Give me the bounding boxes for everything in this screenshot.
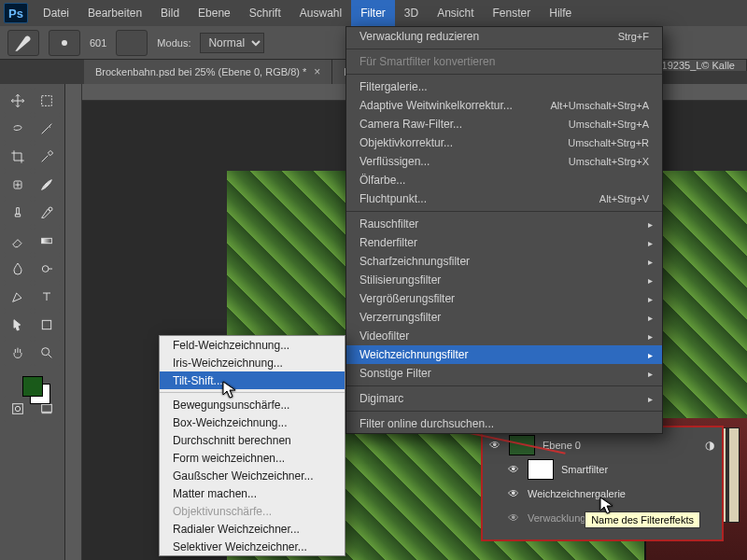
visibility-icon[interactable]: 👁 — [507, 463, 520, 476]
menu-filter[interactable]: Filter — [351, 0, 395, 26]
eyedropper-tool[interactable] — [34, 144, 62, 170]
brush-preset-picker[interactable] — [49, 30, 80, 56]
filter-smartconvert[interactable]: Für Smartfilter konvertieren — [346, 52, 662, 71]
fg-color-swatch[interactable] — [22, 376, 43, 397]
filter-sharpen[interactable]: Scharfzeichnungsfilter — [346, 252, 662, 271]
item-kb: Umschalt+Strg+R — [568, 137, 649, 148]
filter-blur[interactable]: Weichzeichnungsfilter — [346, 345, 662, 364]
filter-liquify[interactable]: Verflüssigen...Umschalt+Strg+X — [346, 152, 662, 171]
filter-zoom[interactable]: Vergrößerungsfilter — [346, 289, 662, 308]
svg-rect-0 — [42, 96, 52, 106]
sub-average[interactable]: Durchschnitt berechnen — [160, 431, 345, 449]
item-kb: Alt+Strg+V — [599, 193, 649, 204]
filter-distort[interactable]: Verzerrungsfilter — [346, 308, 662, 327]
crop-tool[interactable] — [4, 144, 32, 170]
path-select-tool[interactable] — [4, 312, 32, 338]
filter-smartconvert-label: Für Smartfilter konvertieren — [359, 55, 495, 68]
visibility-icon[interactable]: 👁 — [507, 511, 520, 525]
sub-tilt-shift[interactable]: Tilt-Shift... — [160, 371, 345, 389]
gradient-tool[interactable] — [34, 228, 62, 254]
menu-schrift[interactable]: Schrift — [240, 0, 290, 26]
item-label: Weichzeichnungsfilter — [359, 348, 469, 361]
filter-noise[interactable]: Rauschfilter — [346, 215, 662, 233]
menu-separator — [346, 411, 662, 412]
filter-camera-raw[interactable]: Camera Raw-Filter...Umschalt+Strg+A — [346, 115, 662, 133]
doc-tab-0[interactable]: Brockenbahn.psd bei 25% (Ebene 0, RGB/8)… — [84, 60, 332, 84]
sub-motion-blur[interactable]: Bewegungsunschärfe... — [160, 396, 345, 413]
menu-bearbeiten[interactable]: Bearbeiten — [78, 0, 151, 26]
filter-digimarc[interactable]: Digimarc — [346, 389, 662, 408]
marquee-tool[interactable] — [34, 88, 62, 114]
sub-shape-blur[interactable]: Form weichzeichnen... — [160, 449, 345, 467]
svg-rect-5 — [43, 320, 51, 329]
filter-lens-correction[interactable]: Objektivkorrektur...Umschalt+Strg+R — [346, 133, 662, 152]
menu-ebene[interactable]: Ebene — [189, 0, 240, 26]
dodge-tool[interactable] — [34, 256, 62, 282]
hand-tool[interactable] — [4, 340, 32, 366]
sub-box-blur[interactable]: Box-Weichzeichnung... — [160, 413, 345, 431]
move-tool[interactable] — [4, 88, 32, 114]
layer-row-smartfilters[interactable]: 👁 Smartfilter — [507, 457, 716, 482]
sub-smart-blur[interactable]: Selektiver Weichzeichner... — [160, 538, 345, 555]
blur-tool[interactable] — [4, 256, 32, 282]
menu-separator — [346, 74, 662, 75]
filter-browse-online[interactable]: Filter online durchsuchen... — [346, 414, 662, 433]
menu-fenster[interactable]: Fenster — [484, 0, 541, 26]
svg-rect-7 — [12, 404, 22, 414]
filter-stylize[interactable]: Stilisierungsfilter — [346, 271, 662, 289]
filter-adaptive-wide[interactable]: Adaptive Weitwinkelkorrektur...Alt+Umsch… — [346, 96, 662, 115]
item-label: Rauschfilter — [359, 217, 418, 231]
filter-vanishing[interactable]: Fluchtpunkt...Alt+Strg+V — [346, 189, 662, 208]
sub-lens-blur[interactable]: Objektivunschärfe... — [160, 502, 345, 520]
lasso-tool[interactable] — [4, 116, 32, 142]
history-brush-tool[interactable] — [34, 200, 62, 226]
stamp-tool[interactable] — [4, 200, 32, 226]
tool-preset-icon[interactable] — [7, 30, 39, 56]
filter-render[interactable]: Renderfilter — [346, 233, 662, 252]
menu-3d[interactable]: 3D — [395, 0, 428, 26]
magic-wand-tool[interactable] — [34, 116, 62, 142]
eraser-tool[interactable] — [4, 228, 32, 254]
sub-gaussian-blur[interactable]: Gaußscher Weichzeichner... — [160, 467, 345, 484]
type-tool[interactable] — [34, 284, 62, 310]
filter-other[interactable]: Sonstige Filter — [346, 364, 662, 383]
brush-tool[interactable] — [34, 172, 62, 198]
sub-field-blur[interactable]: Feld-Weichzeichnung... — [160, 336, 345, 354]
brush-size-readout: 601 — [90, 37, 106, 49]
menu-ansicht[interactable]: Ansicht — [428, 0, 483, 26]
menu-datei[interactable]: Datei — [34, 0, 78, 26]
menu-bild[interactable]: Bild — [151, 0, 189, 26]
menu-hilfe[interactable]: Hilfe — [540, 0, 581, 26]
healing-tool[interactable] — [4, 172, 32, 198]
filter-last[interactable]: Verwacklung reduzieren Strg+F — [346, 27, 662, 46]
menu-auswahl[interactable]: Auswahl — [290, 0, 351, 26]
visibility-icon[interactable]: 👁 — [507, 487, 520, 500]
menubar: Ps Datei Bearbeiten Bild Ebene Schrift A… — [0, 0, 747, 26]
item-label: Stilisierungsfilter — [359, 273, 441, 287]
filter-gallery[interactable]: Filtergalerie... — [346, 77, 662, 96]
tooltip: Name des Filtereffekts — [585, 511, 700, 528]
pen-tool[interactable] — [4, 284, 32, 310]
brush-panel-toggle-icon[interactable] — [116, 30, 148, 56]
color-swatches[interactable] — [4, 368, 61, 405]
filter-oilpaint[interactable]: Ölfarbe... — [346, 171, 662, 189]
sub-blur-more[interactable]: Matter machen... — [160, 484, 345, 502]
sub-radial-blur[interactable]: Radialer Weichzeichner... — [160, 520, 345, 538]
item-label: Ölfarbe... — [359, 174, 405, 187]
item-label: Vergrößerungsfilter — [359, 292, 455, 305]
filter-video[interactable]: Videofilter — [346, 327, 662, 345]
item-label: Adaptive Weitwinkelkorrektur... — [359, 99, 513, 112]
ruler-vertical — [65, 84, 82, 560]
doc-tab-2-title: …19235_L© Kalle — [652, 60, 735, 71]
item-label: Camera Raw-Filter... — [359, 118, 462, 131]
zoom-tool[interactable] — [34, 340, 62, 366]
sub-iris-blur[interactable]: Iris-Weichzeichnung... — [160, 354, 345, 371]
shape-tool[interactable] — [34, 312, 62, 338]
layer-row-blurgallery[interactable]: 👁 Weichzeichnergalerie — [507, 482, 716, 506]
blur-submenu: Feld-Weichzeichnung... Iris-Weichzeichnu… — [159, 335, 345, 556]
item-label: Videofilter — [359, 329, 409, 343]
visibility-icon[interactable]: 👁 — [488, 439, 501, 452]
blend-mode-select[interactable]: Normal — [200, 33, 264, 53]
close-icon[interactable]: × — [314, 65, 320, 78]
tool-panel — [0, 84, 65, 560]
